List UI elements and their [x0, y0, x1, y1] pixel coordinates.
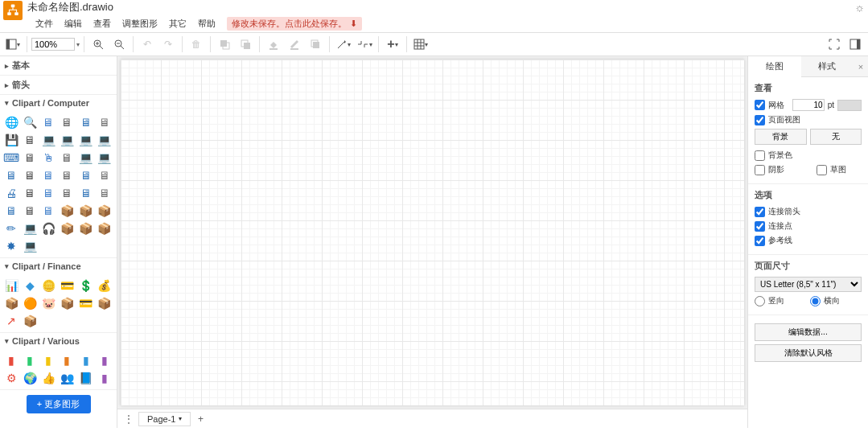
- shape-item[interactable]: 📊: [3, 278, 19, 294]
- shape-item[interactable]: ▮: [78, 352, 94, 368]
- more-shapes-button[interactable]: + 更多图形: [27, 395, 91, 413]
- menu-arrange[interactable]: 调整图形: [117, 16, 162, 31]
- shape-item[interactable]: 🖥: [78, 167, 94, 183]
- shape-item[interactable]: ▮: [97, 352, 113, 368]
- shape-item[interactable]: 🖥: [22, 203, 38, 219]
- guides-checkbox[interactable]: [755, 236, 765, 246]
- shape-item[interactable]: 💳: [59, 278, 75, 294]
- shape-item[interactable]: 🖥: [22, 132, 38, 148]
- redo-icon[interactable]: ↷: [158, 35, 178, 54]
- to-back-icon[interactable]: [236, 35, 255, 54]
- shape-item[interactable]: 🌍: [22, 370, 38, 386]
- reset-style-button[interactable]: 清除默认风格: [755, 344, 862, 362]
- sidebar-section-finance[interactable]: ▾Clipart / Finance: [0, 258, 117, 274]
- menu-edit[interactable]: 编辑: [60, 16, 87, 31]
- shape-item[interactable]: 📦: [78, 220, 94, 236]
- points-checkbox[interactable]: [755, 221, 765, 232]
- shape-item[interactable]: 💰: [97, 278, 113, 294]
- shape-item[interactable]: ⚙: [3, 370, 19, 386]
- portrait-radio[interactable]: [755, 296, 765, 306]
- shape-item[interactable]: 🖥: [97, 167, 113, 183]
- shape-item[interactable]: 💲: [78, 278, 94, 294]
- menu-view[interactable]: 查看: [88, 16, 116, 31]
- fill-color-icon[interactable]: [264, 35, 283, 54]
- close-panel-icon[interactable]: ×: [854, 56, 868, 77]
- to-front-icon[interactable]: [215, 35, 234, 54]
- pagesize-select[interactable]: US Letter (8,5" x 11"): [755, 277, 862, 292]
- shape-item[interactable]: 💻: [22, 220, 38, 236]
- grid-color-button[interactable]: [837, 100, 862, 111]
- shape-item[interactable]: 🖥: [3, 203, 19, 219]
- shape-item[interactable]: 🖥: [22, 150, 38, 166]
- shape-item[interactable]: 🖥: [40, 114, 56, 130]
- drawing-canvas[interactable]: [121, 60, 744, 405]
- shape-item[interactable]: 🖥: [3, 167, 19, 183]
- shape-item[interactable]: 🖥: [78, 185, 94, 201]
- shape-item[interactable]: ↗: [3, 313, 19, 329]
- shape-item[interactable]: 💻: [97, 150, 113, 166]
- shape-item[interactable]: 👍: [40, 370, 56, 386]
- shape-item[interactable]: 📦: [22, 313, 38, 329]
- page-tab[interactable]: Page-1 ▾: [138, 412, 191, 426]
- shape-item[interactable]: 💾: [3, 132, 19, 148]
- shape-item[interactable]: 📦: [97, 295, 113, 311]
- insert-icon[interactable]: +▾: [383, 35, 402, 54]
- add-page-button[interactable]: +: [192, 411, 208, 427]
- shape-item[interactable]: ▮: [22, 352, 38, 368]
- tab-style[interactable]: 样式: [801, 56, 854, 77]
- shadow-checkbox[interactable]: [755, 165, 765, 175]
- shape-item[interactable]: 🖥: [59, 167, 75, 183]
- theme-toggle-icon[interactable]: ☼: [854, 1, 865, 14]
- menu-extras[interactable]: 其它: [164, 16, 191, 31]
- arrows-checkbox[interactable]: [755, 207, 765, 217]
- shape-item[interactable]: 🪙: [40, 278, 56, 294]
- document-title[interactable]: 未命名绘图.drawio: [27, 0, 113, 14]
- shape-item[interactable]: 🖥: [59, 150, 75, 166]
- bgcolor-checkbox[interactable]: [755, 150, 765, 161]
- shape-item[interactable]: 💻: [97, 132, 113, 148]
- shape-item[interactable]: 🖥: [22, 167, 38, 183]
- grid-checkbox[interactable]: [755, 100, 765, 110]
- shape-item[interactable]: 💻: [22, 238, 38, 254]
- background-none-button[interactable]: 无: [810, 129, 862, 145]
- shape-item[interactable]: 📦: [59, 203, 75, 219]
- shape-item[interactable]: 🖨: [3, 185, 19, 201]
- zoom-out-icon[interactable]: [109, 35, 129, 54]
- shape-item[interactable]: 📘: [78, 370, 94, 386]
- sidebar-section-arrows[interactable]: ▸箭头: [0, 76, 117, 94]
- edit-data-button[interactable]: 编辑数据...: [755, 323, 862, 341]
- landscape-radio[interactable]: [810, 296, 821, 306]
- shape-item[interactable]: 💻: [78, 150, 94, 166]
- shape-item[interactable]: ⌨: [3, 150, 19, 166]
- shape-item[interactable]: 💻: [78, 132, 94, 148]
- shape-item[interactable]: 🖥: [40, 185, 56, 201]
- shape-item[interactable]: 🖥: [78, 114, 94, 130]
- shape-item[interactable]: 📦: [97, 220, 113, 236]
- unsaved-banner[interactable]: 修改未保存。点击此处保存。 ⬇: [227, 17, 362, 31]
- shape-item[interactable]: 💻: [59, 132, 75, 148]
- delete-icon[interactable]: 🗑: [187, 35, 206, 54]
- shape-item[interactable]: 🖥: [22, 185, 38, 201]
- shape-item[interactable]: 👥: [59, 370, 75, 386]
- undo-icon[interactable]: ↶: [138, 35, 157, 54]
- shape-item[interactable]: 🖥: [59, 185, 75, 201]
- format-panel-toggle-icon[interactable]: [845, 35, 865, 54]
- shape-item[interactable]: 💳: [78, 295, 94, 311]
- shape-item[interactable]: ▮: [3, 352, 19, 368]
- shape-item[interactable]: ▮: [97, 370, 113, 386]
- shape-item[interactable]: ✏: [3, 220, 19, 236]
- shape-item[interactable]: 🔍: [22, 114, 38, 130]
- shadow-toggle-icon[interactable]: [306, 35, 325, 54]
- menu-help[interactable]: 帮助: [193, 16, 220, 31]
- shape-item[interactable]: 📦: [59, 220, 75, 236]
- page-menu-icon[interactable]: ⋮: [121, 411, 137, 427]
- shape-item[interactable]: 🖥: [40, 203, 56, 219]
- shape-item[interactable]: ◆: [22, 278, 38, 294]
- connection-icon[interactable]: ▾: [334, 35, 353, 54]
- shape-item[interactable]: 📦: [59, 295, 75, 311]
- zoom-in-icon[interactable]: [88, 35, 108, 54]
- shape-item[interactable]: 🖥: [59, 114, 75, 130]
- background-button[interactable]: 背景: [755, 129, 807, 145]
- shape-item[interactable]: 📦: [97, 203, 113, 219]
- fullscreen-icon[interactable]: [825, 35, 844, 54]
